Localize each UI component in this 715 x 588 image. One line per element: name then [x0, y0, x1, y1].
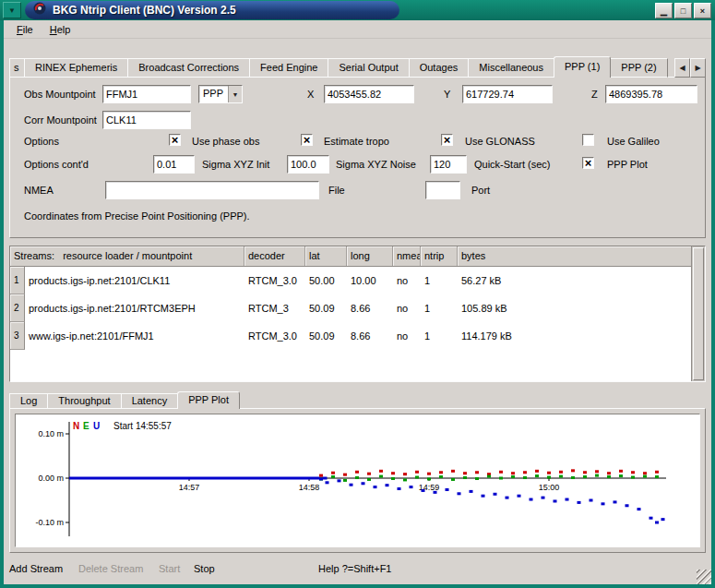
tab-clipped[interactable]: s	[9, 58, 25, 78]
cell-nmea: no	[393, 294, 421, 322]
tab-miscellaneous[interactable]: Miscellaneous	[468, 58, 554, 78]
maximize-button[interactable]: □	[674, 3, 692, 18]
obs-mountpoint-label: Obs Mountpoint	[24, 89, 96, 100]
svg-text:U: U	[93, 421, 100, 431]
header-ntrip[interactable]: ntrip	[421, 246, 458, 266]
panel-hint-text: Coordinates from Precise Point Positioni…	[24, 210, 250, 222]
window-content: File Help s RINEX Ephemeris Broadcast Co…	[4, 20, 711, 584]
use-glonass-label: Use GLONASS	[465, 136, 535, 147]
minimize-button[interactable]: ▁	[655, 3, 673, 18]
delete-stream-button[interactable]: Delete Stream	[78, 563, 143, 574]
footer-bar: Add Stream Delete Stream Start Stop Help…	[9, 558, 706, 582]
window-menu-icon: ▼	[8, 6, 16, 15]
sigma-xyz-init-input[interactable]	[153, 155, 195, 174]
tab-ppp-plot[interactable]: PPP Plot	[177, 391, 240, 409]
add-stream-button[interactable]: Add Stream	[9, 563, 63, 574]
obs-mountpoint-input[interactable]	[102, 85, 191, 103]
header-lat[interactable]: lat	[305, 246, 347, 266]
x-coordinate-input[interactable]	[324, 85, 414, 103]
ppp-mode-combo[interactable]: PPP ▼	[198, 85, 243, 103]
tab-throughput[interactable]: Throughput	[47, 393, 121, 409]
tab-feed-engine[interactable]: Feed Engine	[249, 58, 328, 78]
cell-ntrip: 1	[421, 267, 458, 294]
row-number: 2	[10, 294, 25, 322]
plot-series-U	[319, 477, 665, 523]
tab-log[interactable]: Log	[9, 393, 48, 409]
table-scrollbar[interactable]	[691, 246, 705, 381]
help-hint-text: Help ?=Shift+F1	[318, 563, 392, 574]
estimate-tropo-checkbox[interactable]: ×	[301, 134, 313, 146]
tab-rinex-ephemeris[interactable]: RINEX Ephemeris	[24, 58, 128, 78]
cell-lat: 50.09	[305, 294, 347, 322]
y-coordinate-input[interactable]	[462, 85, 553, 103]
close-icon: ×	[700, 6, 705, 16]
tab-ppp-1[interactable]: PPP (1)	[554, 56, 611, 78]
menu-help[interactable]: Help	[42, 22, 78, 37]
ppp-mode-combo-value: PPP	[199, 86, 228, 102]
svg-text:0.10 m: 0.10 m	[38, 429, 64, 438]
table-row[interactable]: 3 www.igs-ip.net:2101/FFMJ1 RTCM_3.0 50.…	[10, 322, 691, 350]
tab-broadcast-corrections[interactable]: Broadcast Corrections	[127, 58, 250, 78]
header-decoder[interactable]: decoder	[244, 246, 305, 266]
use-galileo-checkbox[interactable]	[582, 134, 594, 146]
use-glonass-checkbox[interactable]: ×	[441, 134, 453, 146]
z-coordinate-input[interactable]	[605, 85, 697, 103]
sigma-xyz-noise-input[interactable]	[287, 155, 329, 174]
tab-ppp-2[interactable]: PPP (2)	[610, 58, 667, 78]
row-number: 1	[10, 267, 25, 294]
right-arrow-icon: ▶	[695, 64, 700, 72]
streams-table: Streams: resource loader / mountpoint de…	[9, 246, 706, 382]
nmea-file-input[interactable]	[105, 181, 319, 199]
cell-nmea: no	[393, 267, 421, 294]
window-title: BKG Ntrip Client (BNC) Version 2.5	[53, 4, 236, 17]
cell-lat: 50.09	[305, 322, 347, 350]
tab-latency[interactable]: Latency	[121, 393, 179, 409]
cell-mountpoint: products.igs-ip.net:2101/RTCM3EPH	[25, 294, 244, 322]
corr-mountpoint-label: Corr Mountpoint	[24, 114, 97, 126]
table-row[interactable]: 1 products.igs-ip.net:2101/CLK11 RTCM_3.…	[10, 267, 691, 294]
ppp-plot: 0.10 m0.00 m-0.10 m14:5714:5814:5915:00N…	[16, 414, 699, 546]
header-bytes[interactable]: bytes	[458, 246, 691, 266]
header-streams[interactable]: Streams: resource loader / mountpoint	[10, 246, 244, 266]
cell-decoder: RTCM_3.0	[244, 322, 305, 350]
cell-mountpoint: www.igs-ip.net:2101/FFMJ1	[25, 322, 244, 350]
ppp-plot-canvas: 0.10 m0.00 m-0.10 m14:5714:5814:5915:00N…	[15, 414, 700, 547]
title-area: BKG Ntrip Client (BNC) Version 2.5	[25, 1, 399, 19]
ppp-plot-checkbox[interactable]: ×	[582, 157, 594, 169]
tab-serial-output[interactable]: Serial Output	[328, 58, 409, 78]
plot-tabbar: Log Throughput Latency PPP Plot	[9, 391, 240, 409]
start-button[interactable]: Start	[159, 563, 180, 574]
port-label: Port	[471, 185, 490, 196]
quick-start-label: Quick-Start (sec)	[474, 159, 551, 170]
quick-start-input[interactable]	[430, 155, 467, 174]
table-row[interactable]: 2 products.igs-ip.net:2101/RTCM3EPH RTCM…	[10, 294, 691, 322]
table-scrollbar-thumb[interactable]	[693, 247, 704, 380]
stop-button[interactable]: Stop	[194, 563, 215, 574]
cell-decoder: RTCM_3.0	[244, 267, 305, 294]
cell-mountpoint: products.igs-ip.net:2101/CLK11	[25, 267, 244, 294]
titlebar[interactable]: ▼ BKG Ntrip Client (BNC) Version 2.5 ▁ □…	[0, 0, 715, 20]
ppp-settings-panel: Obs Mountpoint PPP ▼ X Y Z Corr Mountpoi…	[9, 77, 706, 238]
table-empty-area	[10, 350, 691, 381]
row-number: 3	[10, 322, 25, 350]
header-nmea[interactable]: nmea	[393, 246, 421, 266]
svg-text:E: E	[83, 421, 89, 431]
tab-outages[interactable]: Outages	[409, 58, 470, 78]
streams-table-grid: Streams: resource loader / mountpoint de…	[10, 246, 691, 381]
window-menu-button[interactable]: ▼	[3, 2, 21, 18]
tab-scroll-left-button[interactable]: ◀	[674, 58, 690, 78]
menu-file[interactable]: File	[9, 22, 41, 37]
sigma-xyz-init-label: Sigma XYZ Init	[202, 159, 269, 170]
svg-text:0.00 m: 0.00 m	[38, 474, 64, 483]
header-long[interactable]: long	[347, 246, 393, 266]
file-label: File	[328, 185, 345, 196]
estimate-tropo-label: Estimate tropo	[324, 136, 389, 147]
corr-mountpoint-input[interactable]	[102, 111, 191, 129]
svg-text:N: N	[73, 421, 79, 431]
close-button[interactable]: ×	[694, 3, 711, 18]
resize-grip[interactable]	[697, 570, 711, 584]
tab-scroll-right-button[interactable]: ▶	[690, 58, 706, 78]
use-phase-obs-checkbox[interactable]: ×	[169, 134, 181, 146]
nmea-label: NMEA	[24, 185, 54, 196]
nmea-port-input[interactable]	[425, 181, 460, 199]
